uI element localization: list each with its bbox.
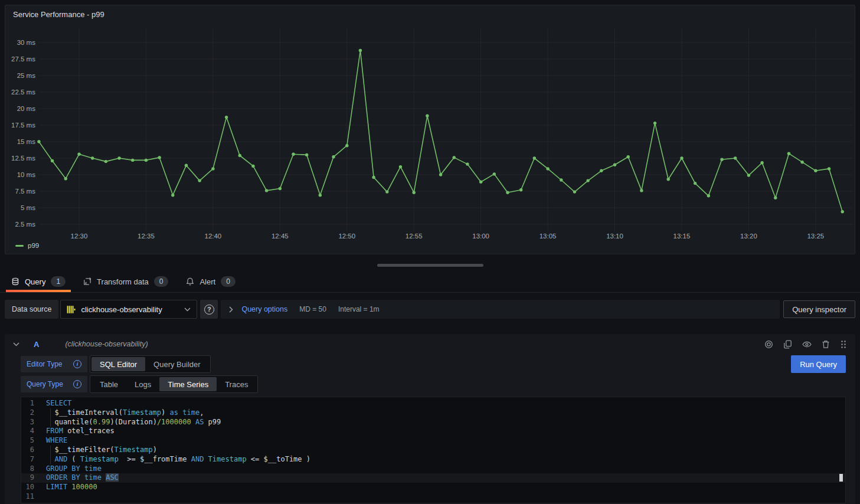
line-number: 10	[21, 483, 42, 492]
datasource-toolbar: Data source clickhouse-observability ? Q…	[5, 300, 855, 319]
code-line-3[interactable]: 3 quantile(0.99)(Duration)/1000000 AS p9…	[21, 418, 845, 427]
segment-query-builder[interactable]: Query Builder	[145, 357, 208, 371]
code-text: $__timeFilter(Timestamp)	[42, 446, 845, 455]
editor-type-row: Editor Type i SQL Editor Query Builder R…	[21, 355, 846, 373]
datasource-picker[interactable]: clickhouse-observability	[60, 300, 197, 319]
query-row-header[interactable]: A (clickhouse-observability)	[5, 334, 855, 354]
code-line-9[interactable]: 9ORDER BY time ASC	[21, 473, 845, 483]
tab-alert[interactable]: Alert 0	[180, 271, 241, 292]
splitter-drag-handle[interactable]	[377, 264, 483, 267]
code-text: $__timeInterval(Timestamp) as time,	[42, 408, 845, 418]
editor-type-group: SQL Editor Query Builder	[90, 355, 211, 373]
bell-icon	[186, 277, 194, 286]
code-text: AND ( Timestamp >= $__fromTime AND Times…	[42, 455, 845, 464]
code-line-2[interactable]: 2 $__timeInterval(Timestamp) as time,	[21, 408, 845, 418]
code-text: FROM otel_traces	[42, 427, 845, 436]
code-line-8[interactable]: 8GROUP BY time	[21, 464, 845, 474]
tab-transform-badge: 0	[154, 276, 169, 287]
line-number: 11	[21, 492, 42, 502]
code-line-1[interactable]: 1SELECT	[21, 399, 845, 408]
segment-traces[interactable]: Traces	[217, 377, 256, 391]
editor-type-label: Editor Type i	[21, 356, 87, 372]
code-text: SELECT	[42, 399, 845, 408]
info-icon[interactable]: i	[73, 360, 81, 368]
tab-transform-data[interactable]: Transform data 0	[77, 271, 174, 292]
chart-axis-labels: 30 ms27.5 ms25 ms22.5 ms20 ms17.5 ms15 m…	[11, 39, 824, 240]
svg-text:12.5 ms: 12.5 ms	[11, 155, 35, 162]
svg-text:17.5 ms: 17.5 ms	[11, 122, 35, 129]
legend-series-swatch	[15, 245, 24, 247]
clickhouse-logo-icon	[67, 305, 76, 314]
svg-text:20 ms: 20 ms	[17, 105, 36, 112]
code-line-4[interactable]: 4FROM otel_traces	[21, 427, 845, 436]
svg-text:7.5 ms: 7.5 ms	[15, 188, 35, 195]
timeseries-svg: 30 ms27.5 ms25 ms22.5 ms20 ms17.5 ms15 m…	[5, 23, 855, 241]
disable-query-icon[interactable]	[764, 340, 773, 349]
legend-series-label[interactable]: p99	[28, 242, 39, 249]
chart-area: 30 ms27.5 ms25 ms22.5 ms20 ms17.5 ms15 m…	[5, 23, 855, 241]
datasource-value: clickhouse-observability	[81, 305, 179, 314]
tab-alert-label: Alert	[200, 277, 215, 286]
svg-text:13:15: 13:15	[673, 233, 691, 240]
segment-table[interactable]: Table	[91, 377, 126, 391]
series-points	[37, 49, 844, 214]
code-text: ORDER BY time ASC	[42, 473, 845, 483]
series-line	[39, 50, 842, 211]
svg-text:12:30: 12:30	[71, 233, 88, 240]
chart-legend[interactable]: p99	[5, 242, 855, 249]
svg-text:13:20: 13:20	[740, 233, 757, 240]
panel-title: Service Performance - p99	[5, 5, 855, 23]
datasource-label: Data source	[5, 300, 58, 319]
code-line-11[interactable]: 11	[21, 492, 845, 502]
segment-time-series[interactable]: Time Series	[159, 377, 217, 391]
svg-text:5 ms: 5 ms	[21, 204, 35, 211]
segment-sql-editor[interactable]: SQL Editor	[91, 357, 145, 371]
query-options-toggle[interactable]: Query options	[241, 305, 287, 313]
info-icon[interactable]: i	[73, 380, 81, 388]
chevron-right-icon[interactable]	[229, 306, 233, 313]
tab-query-badge: 1	[51, 276, 66, 287]
svg-text:13:10: 13:10	[606, 233, 623, 240]
svg-text:15 ms: 15 ms	[17, 138, 36, 145]
run-query-button[interactable]: Run Query	[791, 355, 846, 373]
query-type-row: Query Type i Table Logs Time Series Trac…	[21, 375, 846, 393]
query-ref-id[interactable]: A	[34, 340, 39, 349]
svg-text:12:45: 12:45	[272, 233, 289, 240]
query-datasource-hint: (clickhouse-observability)	[65, 340, 148, 348]
collapse-chevron-icon[interactable]	[13, 342, 19, 346]
database-icon	[11, 277, 19, 286]
line-number: 8	[21, 464, 42, 474]
sql-code-lines: 1SELECT2 $__timeInterval(Timestamp) as t…	[21, 399, 845, 502]
query-type-label: Query Type i	[21, 376, 87, 392]
line-number: 4	[21, 427, 42, 436]
code-line-5[interactable]: 5WHERE	[21, 436, 845, 446]
line-number: 6	[21, 446, 42, 455]
code-line-7[interactable]: 7 AND ( Timestamp >= $__fromTime AND Tim…	[21, 455, 845, 464]
drag-handle-icon[interactable]	[840, 340, 847, 349]
line-number: 9	[21, 473, 42, 483]
tab-query[interactable]: Query 1	[5, 271, 71, 292]
duplicate-query-icon[interactable]	[783, 340, 792, 349]
svg-text:12:35: 12:35	[138, 233, 155, 240]
tab-query-label: Query	[25, 277, 45, 286]
query-row-card: A (clickhouse-observability) Editor Type…	[5, 334, 855, 504]
code-line-10[interactable]: 10LIMIT 100000	[21, 483, 845, 492]
query-inspector-button[interactable]: Query inspector	[783, 300, 855, 318]
segment-logs[interactable]: Logs	[126, 377, 159, 391]
code-text: quantile(0.99)(Duration)/1000000 AS p99	[42, 418, 845, 427]
hide-response-eye-icon[interactable]	[802, 341, 812, 348]
timeseries-panel: Service Performance - p99 30 ms27.5 ms25…	[5, 5, 855, 254]
tab-transform-label: Transform data	[97, 277, 149, 286]
bottom-pane-tabs: Query 1 Transform data 0 Alert 0	[0, 271, 860, 293]
svg-text:22.5 ms: 22.5 ms	[11, 89, 35, 96]
remove-query-trash-icon[interactable]	[822, 340, 830, 349]
query-row-actions	[764, 340, 847, 349]
svg-text:27.5 ms: 27.5 ms	[11, 55, 35, 63]
line-number: 1	[21, 399, 42, 408]
datasource-help-button[interactable]: ?	[200, 300, 218, 319]
code-text: WHERE	[42, 436, 845, 446]
sql-code-editor[interactable]: 1SELECT2 $__timeInterval(Timestamp) as t…	[21, 397, 846, 503]
line-number: 5	[21, 436, 42, 446]
interval-value: Interval = 1m	[338, 305, 380, 313]
code-line-6[interactable]: 6 $__timeFilter(Timestamp)	[21, 446, 845, 455]
